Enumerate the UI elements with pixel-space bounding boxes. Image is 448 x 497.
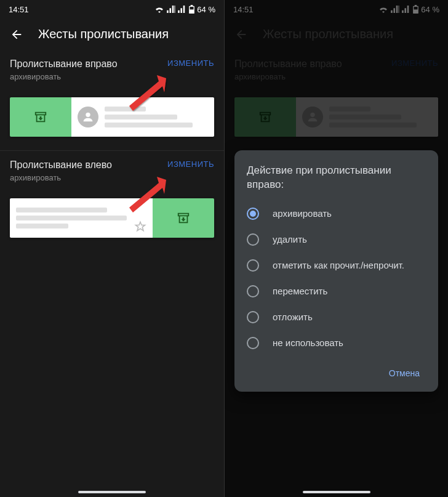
app-bar: Жесты пролистывания — [0, 18, 224, 50]
right-phone-screen: 14:51 64 % Жесты пролистывания Пролистыв… — [224, 0, 448, 497]
radio-option[interactable]: удалить — [247, 227, 426, 253]
left-phone-screen: 14:51 64 % Жесты пролистывания Пролистыв… — [0, 0, 224, 497]
text-placeholder — [16, 204, 146, 232]
radio-label: удалить — [273, 234, 307, 244]
radio-label: отметить как прочит./непрочит. — [273, 260, 404, 270]
swipe-left-preview — [10, 198, 214, 238]
archive-action-bg — [10, 97, 71, 137]
radio-circle-icon — [247, 337, 259, 349]
swipe-left-section: Пролистывание влево архивировать ИЗМЕНИТ… — [0, 151, 224, 188]
dialog-title: Действие при пролистывании вправо: — [247, 164, 426, 192]
swipe-right-section: Пролистывание вправо архивировать ИЗМЕНИ… — [0, 50, 224, 87]
status-bar: 14:51 64 % — [0, 0, 224, 18]
radio-circle-icon — [247, 285, 259, 297]
gesture-navbar[interactable] — [78, 491, 146, 493]
star-icon — [134, 220, 146, 233]
radio-option[interactable]: отложить — [247, 304, 426, 330]
svg-point-1 — [86, 113, 90, 117]
swipe-right-preview — [10, 97, 214, 137]
radio-circle-icon — [247, 311, 259, 323]
mail-item-preview — [71, 97, 214, 137]
radio-label: не использовать — [273, 337, 343, 348]
archive-icon — [34, 110, 47, 124]
signal-icon — [167, 6, 175, 13]
swipe-right-subtitle: архивировать — [10, 72, 118, 81]
radio-option[interactable]: архивировать — [247, 201, 426, 227]
signal2-icon — [178, 6, 186, 13]
wifi-icon — [154, 6, 164, 13]
mail-item-preview — [10, 198, 153, 238]
swipe-left-title: Пролистывание влево — [10, 160, 112, 171]
status-time: 14:51 — [9, 5, 29, 14]
status-icons: 64 % — [154, 5, 215, 14]
radio-label: переместить — [273, 286, 327, 296]
svg-rect-0 — [190, 7, 194, 9]
radio-option[interactable]: не использовать — [247, 330, 426, 356]
swipe-right-change-button[interactable]: ИЗМЕНИТЬ — [167, 59, 214, 68]
radio-circle-icon — [247, 233, 259, 246]
radio-option[interactable]: отметить как прочит./непрочит. — [247, 253, 426, 278]
radio-circle-icon — [247, 259, 259, 272]
radio-option[interactable]: переместить — [247, 278, 426, 304]
radio-group: архивироватьудалитьотметить как прочит./… — [247, 201, 426, 356]
radio-label: отложить — [273, 312, 313, 322]
cancel-button[interactable]: Отмена — [383, 363, 426, 383]
page-title: Жесты пролистывания — [38, 27, 169, 41]
swipe-right-title: Пролистывание вправо — [10, 59, 118, 70]
radio-circle-icon — [247, 208, 259, 220]
avatar-icon — [78, 107, 98, 127]
swipe-action-dialog: Действие при пролистывании вправо: архив… — [234, 150, 438, 392]
battery-icon — [189, 5, 194, 14]
swipe-left-change-button[interactable]: ИЗМЕНИТЬ — [167, 160, 214, 169]
archive-action-bg — [153, 198, 214, 238]
radio-label: архивировать — [273, 208, 332, 219]
swipe-left-subtitle: архивировать — [10, 173, 112, 182]
back-arrow-icon[interactable] — [10, 28, 23, 41]
text-placeholder — [105, 103, 208, 131]
battery-percent: 64 % — [197, 5, 215, 14]
gesture-navbar[interactable] — [303, 491, 370, 493]
dialog-actions: Отмена — [247, 356, 426, 383]
archive-icon — [177, 211, 190, 225]
